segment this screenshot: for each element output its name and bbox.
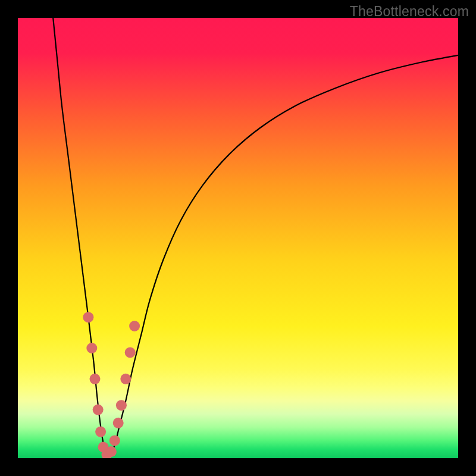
highlight-point <box>120 374 131 384</box>
curve-layer <box>18 18 458 458</box>
highlight-markers <box>83 312 140 458</box>
highlight-point <box>83 312 93 322</box>
highlight-point <box>90 374 101 384</box>
highlight-point <box>129 321 140 331</box>
highlight-point <box>113 418 124 428</box>
watermark-text: TheBottleneck.com <box>350 4 469 20</box>
highlight-point <box>125 347 136 358</box>
highlight-point <box>95 427 106 437</box>
highlight-point <box>86 343 97 353</box>
highlight-point <box>106 446 117 457</box>
highlight-point <box>116 400 127 411</box>
highlight-point <box>109 435 120 446</box>
highlight-point <box>93 405 104 415</box>
chart-frame: TheBottleneck.com <box>0 0 476 476</box>
bottleneck-curve <box>53 18 458 455</box>
plot-area <box>18 18 458 458</box>
